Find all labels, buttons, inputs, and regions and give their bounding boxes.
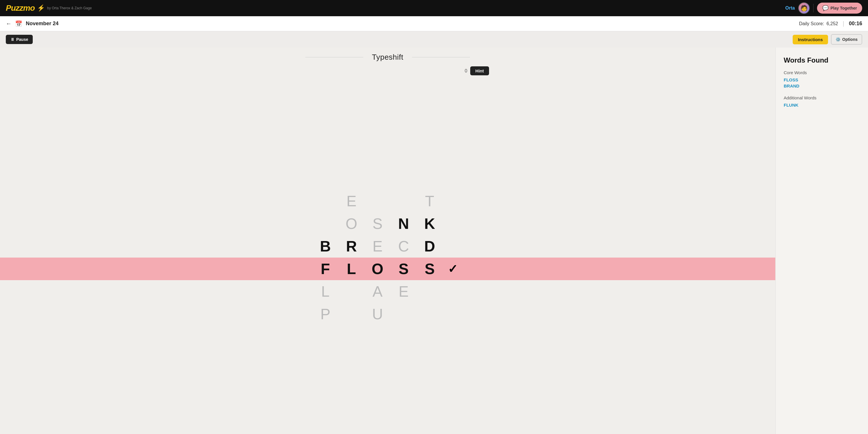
letter-cell-1-0[interactable]: E <box>346 190 356 212</box>
checkmark-column: ✓ <box>443 190 463 326</box>
date-label: November 24 <box>26 21 59 27</box>
secondary-bar: ← 📅 November 24 Daily Score: 6,252 | 00:… <box>0 16 868 31</box>
toolbar-right: Instructions ⚙️ Options <box>793 34 862 44</box>
top-nav: Puzzmo ⚡ by Orta Therox & Zach Gage Orta… <box>0 0 868 16</box>
letter-cell-2-4[interactable]: A <box>373 280 383 303</box>
options-label: Options <box>842 37 858 42</box>
logo[interactable]: Puzzmo <box>6 3 35 13</box>
instructions-button[interactable]: Instructions <box>793 35 828 44</box>
letter-cell-4-3[interactable]: S <box>425 257 435 280</box>
secondary-left: ← 📅 November 24 <box>6 20 59 27</box>
letter-cell-0-4[interactable]: L <box>321 280 330 303</box>
letter-cell-4-0[interactable]: T <box>425 190 434 212</box>
letter-cell-4-2[interactable]: D <box>424 235 435 257</box>
title-line-right <box>412 57 470 57</box>
logo-lightning: ⚡ <box>37 4 45 12</box>
letter-cell-3-4[interactable]: E <box>399 280 409 303</box>
letter-cell-1-1[interactable]: O <box>346 212 357 235</box>
additional-words-section: Additional Words FLUNK <box>784 95 860 107</box>
nav-divider <box>813 4 813 12</box>
nav-left: Puzzmo ⚡ by Orta Therox & Zach Gage <box>6 3 92 13</box>
play-together-icon: 💬 <box>822 5 829 11</box>
letter-cell-2-5[interactable]: U <box>372 303 383 326</box>
hint-button[interactable]: Hint <box>470 66 489 75</box>
options-button[interactable]: ⚙️ Options <box>831 34 862 44</box>
play-together-button[interactable]: 💬 Play Together <box>817 3 862 13</box>
user-name[interactable]: Orta <box>785 5 795 11</box>
letter-cell-3-1[interactable]: N <box>398 212 409 235</box>
letter-cell-3-2[interactable]: C <box>398 235 409 257</box>
letter-cell-2-3[interactable]: O <box>372 257 383 280</box>
hint-count: 0 <box>465 68 467 73</box>
puzzle-section: Typeshift 0 Hint BFLPEORLSEOAUNCSETKDS✓ <box>0 48 775 434</box>
additional-word-item[interactable]: FLUNK <box>784 102 860 107</box>
checkmark-cell: ✓ <box>448 257 458 280</box>
core-words-label: Core Words <box>784 70 860 75</box>
game-title: Typeshift <box>372 53 404 62</box>
avatar[interactable]: 🧑 <box>798 2 810 14</box>
back-arrow[interactable]: ← <box>6 20 11 27</box>
byline: by Orta Therox & Zach Gage <box>47 6 92 10</box>
additional-words-label: Additional Words <box>784 95 860 100</box>
letter-cell-2-2[interactable]: E <box>373 235 383 257</box>
letter-column-0: BFLP <box>312 190 338 326</box>
core-word-item[interactable]: FLOSS <box>784 78 860 82</box>
score-label-text: Daily Score: <box>799 21 824 26</box>
game-toolbar: ⏸ Pause Instructions ⚙️ Options <box>0 31 868 48</box>
score-value: 6,252 <box>827 21 838 26</box>
letter-cell-4-1[interactable]: K <box>424 212 435 235</box>
title-line-left <box>305 57 363 57</box>
game-area: Typeshift 0 Hint BFLPEORLSEOAUNCSETKDS✓ … <box>0 48 868 434</box>
play-together-label: Play Together <box>830 6 857 10</box>
words-title: Words Found <box>784 56 860 64</box>
columns-container: BFLPEORLSEOAUNCSETKDS✓ <box>0 81 775 434</box>
letter-cell-3-3[interactable]: S <box>399 257 409 280</box>
letter-cell-0-2[interactable]: B <box>320 235 331 257</box>
core-word-item[interactable]: BRAND <box>784 84 860 88</box>
letter-column-4: TKDS <box>416 190 443 326</box>
letter-cell-1-2[interactable]: R <box>346 235 357 257</box>
letter-column-3: NCSE <box>391 190 416 326</box>
pause-label: Pause <box>16 37 28 42</box>
words-panel: Words Found Core Words FLOSSBRAND Additi… <box>775 48 868 434</box>
letter-column-2: SEOAU <box>365 190 391 326</box>
calendar-icon: 📅 <box>15 20 22 27</box>
score-divider: | <box>843 20 844 27</box>
nav-right: Orta 🧑 💬 Play Together <box>785 2 862 14</box>
columns-inner: BFLPEORLSEOAUNCSETKDS✓ <box>312 190 463 326</box>
letter-cell-0-3[interactable]: F <box>321 257 330 280</box>
hint-row: 0 Hint <box>286 65 489 75</box>
game-title-row: Typeshift <box>0 48 775 65</box>
secondary-right: Daily Score: 6,252 | 00:16 <box>799 20 862 27</box>
letter-cell-0-5[interactable]: P <box>320 303 331 326</box>
timer: 00:16 <box>849 21 862 27</box>
letter-cell-2-1[interactable]: S <box>373 212 383 235</box>
letter-cell-1-3[interactable]: L <box>347 257 356 280</box>
daily-score-label: Daily Score: 6,252 <box>799 21 838 26</box>
gear-icon: ⚙️ <box>836 37 840 42</box>
pause-icon: ⏸ <box>10 37 14 42</box>
pause-button[interactable]: ⏸ Pause <box>6 35 33 44</box>
core-words-section: Core Words FLOSSBRAND <box>784 70 860 88</box>
letter-column-1: EORL <box>338 190 365 326</box>
